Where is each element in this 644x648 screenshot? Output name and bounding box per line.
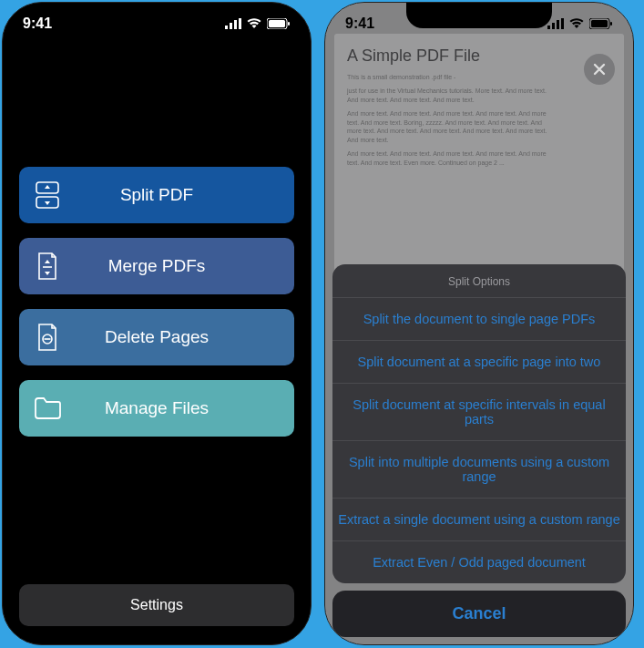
- options-block: Split Options Split the document to sing…: [332, 264, 626, 583]
- option-specific-page[interactable]: Split document at a specific page into t…: [332, 341, 626, 384]
- battery-icon: [589, 18, 613, 29]
- main-menu: Split PDF Merge PDFs Delete Pages Manage…: [19, 167, 294, 451]
- svg-rect-1: [230, 23, 232, 29]
- merge-icon: [32, 252, 63, 280]
- delete-icon: [32, 324, 63, 351]
- option-custom-range-multiple[interactable]: Split into multiple documents using a cu…: [332, 441, 626, 499]
- menu-label: Manage Files: [63, 398, 281, 418]
- svg-rect-2: [234, 20, 237, 29]
- delete-pages-button[interactable]: Delete Pages: [19, 309, 294, 365]
- svg-rect-15: [561, 18, 564, 29]
- svg-rect-5: [269, 20, 285, 27]
- option-custom-range-single[interactable]: Extract a single document using a custom…: [332, 499, 626, 541]
- svg-rect-17: [591, 20, 608, 27]
- option-intervals[interactable]: Split document at specific intervals in …: [332, 384, 626, 441]
- folder-icon: [32, 397, 63, 419]
- notch: [84, 3, 230, 28]
- phone-home: 9:41 Split PDF Merge PDFs: [2, 2, 312, 645]
- status-indicators: [547, 18, 613, 29]
- svg-rect-13: [552, 23, 555, 29]
- cancel-button[interactable]: Cancel: [332, 591, 626, 637]
- close-button[interactable]: [584, 54, 615, 85]
- settings-button[interactable]: Settings: [19, 584, 294, 626]
- svg-rect-12: [547, 26, 550, 29]
- sheet-title: Split Options: [332, 264, 626, 298]
- svg-rect-3: [239, 18, 241, 29]
- menu-label: Split PDF: [63, 185, 281, 205]
- svg-rect-6: [288, 22, 290, 26]
- menu-label: Delete Pages: [63, 327, 281, 347]
- option-single-page[interactable]: Split the document to single page PDFs: [332, 298, 626, 341]
- settings-label: Settings: [130, 597, 183, 613]
- split-pdf-button[interactable]: Split PDF: [19, 167, 294, 223]
- manage-files-button[interactable]: Manage Files: [19, 380, 294, 437]
- option-even-odd[interactable]: Extract Even / Odd paged document: [332, 541, 626, 583]
- action-sheet: Split Options Split the document to sing…: [332, 264, 626, 637]
- menu-label: Merge PDFs: [63, 256, 281, 276]
- notch: [406, 3, 552, 28]
- split-icon: [32, 181, 63, 209]
- phone-split-options: 9:41 A Simple PDF File This is a small d…: [324, 2, 634, 645]
- close-icon: [593, 63, 606, 76]
- status-indicators: [225, 18, 291, 29]
- wifi-icon: [247, 18, 261, 29]
- status-time: 9:41: [23, 15, 52, 32]
- svg-rect-0: [225, 26, 228, 29]
- svg-rect-14: [557, 20, 559, 29]
- cancel-label: Cancel: [452, 604, 506, 622]
- merge-pdfs-button[interactable]: Merge PDFs: [19, 238, 294, 294]
- svg-rect-18: [610, 22, 612, 26]
- battery-icon: [267, 18, 291, 29]
- wifi-icon: [569, 18, 584, 29]
- status-time: 9:41: [345, 15, 374, 32]
